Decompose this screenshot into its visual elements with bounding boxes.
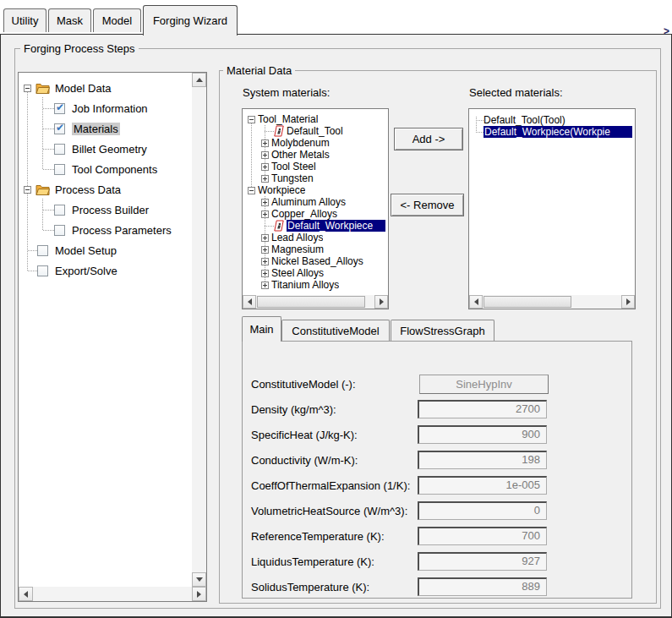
tab-label: Model xyxy=(102,14,132,27)
system-materials-label: System materials: xyxy=(243,86,330,99)
scroll-left-button[interactable] xyxy=(469,295,483,309)
checkbox-icon[interactable] xyxy=(54,225,65,236)
tree-item-job-information[interactable]: Job Information xyxy=(20,98,190,118)
tree-item-label: Export/Solve xyxy=(55,265,117,277)
material-tree-item-molybdenum[interactable]: Molybdenum xyxy=(243,137,385,149)
selected-list-horizontal-scrollbar[interactable] xyxy=(469,295,635,309)
tree-item-tool-components[interactable]: Tool Components xyxy=(20,159,190,179)
expand-icon[interactable] xyxy=(261,234,269,242)
material-tree-item-default-tool[interactable]: Default_Tool xyxy=(243,125,385,137)
material-tree-item-tool-steel[interactable]: Tool Steel xyxy=(243,161,385,172)
material-tree-item-magnesium[interactable]: Magnesium xyxy=(243,243,385,255)
field-row-referencetemperature-k: ReferenceTemperature (K):700 xyxy=(243,527,631,546)
tree-item-label: Process Data xyxy=(55,183,121,196)
scroll-right-button[interactable] xyxy=(374,295,388,309)
conductivity-w-m-k-input[interactable]: 198 xyxy=(418,451,547,469)
field-label: Density (kg/m^3): xyxy=(251,400,336,419)
tree-item-export-solve[interactable]: Export/Solve xyxy=(20,260,190,281)
scrollbar-thumb[interactable] xyxy=(484,296,571,308)
checkbox-icon[interactable] xyxy=(54,144,65,155)
referencetemperature-k-input[interactable]: 700 xyxy=(418,527,547,545)
expand-icon[interactable] xyxy=(261,139,269,147)
field-row-conductivity-w-m-k: Conductivity (W/m-K):198 xyxy=(243,451,631,470)
checkbox-checked-icon[interactable] xyxy=(54,103,65,114)
expand-icon[interactable] xyxy=(261,151,269,159)
coeffofthermalexpansion-1-k-input[interactable]: 1e-005 xyxy=(418,476,547,495)
scroll-left-button[interactable] xyxy=(19,587,33,601)
material-tree-item-lead-alloys[interactable]: Lead Alloys xyxy=(243,232,385,243)
checkbox-icon[interactable] xyxy=(37,245,48,256)
tab-main[interactable]: Main xyxy=(242,316,281,342)
expand-icon[interactable] xyxy=(261,199,269,206)
tree-item-process-builder[interactable]: Process Builder xyxy=(20,200,190,220)
material-tree-item-other-metals[interactable]: Other Metals xyxy=(243,149,385,161)
expand-icon[interactable] xyxy=(261,282,269,289)
tree-vertical-scrollbar[interactable] xyxy=(192,73,206,587)
tab-label: Forging Wizard xyxy=(153,14,227,27)
tab-scroll-right-icon[interactable]: > xyxy=(664,25,669,37)
material-tree-item-titanium-alloys[interactable]: Titanium Alloys xyxy=(243,279,385,291)
add-button[interactable]: Add -> xyxy=(394,128,463,150)
collapse-icon[interactable] xyxy=(248,116,255,123)
volumetricheatsource-w-m-3-input[interactable]: 0 xyxy=(418,501,547,520)
material-tree-item-nickel-based-alloys[interactable]: Nickel Based_Alloys xyxy=(243,255,385,267)
specificheat-j-kg-k-input[interactable]: 900 xyxy=(418,425,547,444)
material-tree-item-tungsten[interactable]: Tungsten xyxy=(243,172,385,184)
system-materials-list: Tool_MaterialDefault_ToolMolybdenumOther… xyxy=(242,108,389,309)
collapse-icon[interactable] xyxy=(248,187,255,194)
tab-forging-wizard[interactable]: Forging Wizard xyxy=(143,5,238,36)
tree-item-model-setup[interactable]: Model Setup xyxy=(20,240,190,260)
system-list-horizontal-scrollbar[interactable] xyxy=(243,295,388,309)
tree-item-materials[interactable]: Materials xyxy=(20,118,190,139)
scroll-left-button[interactable] xyxy=(243,295,256,309)
material-tree-item-default-workpiece[interactable]: Default_Workpiece xyxy=(243,220,385,232)
scrollbar-thumb[interactable] xyxy=(257,296,365,308)
arrow-right-icon xyxy=(380,298,384,305)
tree-item-process-parameters[interactable]: Process Parameters xyxy=(20,220,190,240)
tab-flowstressgraph[interactable]: FlowStressGraph xyxy=(391,320,494,341)
material-tree-item-tool-material[interactable]: Tool_Material xyxy=(243,113,385,125)
expand-icon[interactable] xyxy=(261,163,269,171)
tab-constitutivemodel[interactable]: ConstitutiveModel xyxy=(281,320,390,341)
selected-material-item-default-tool-tool[interactable]: Default_Tool(Tool) xyxy=(470,114,632,126)
tree-item-billet-geometry[interactable]: Billet Geometry xyxy=(20,139,190,159)
selected-material-item-default-workpiece-workpie[interactable]: Default_Workpiece(Workpie xyxy=(470,126,632,138)
tab-model[interactable]: Model xyxy=(93,8,141,32)
solidustemperature-k-input[interactable]: 889 xyxy=(418,577,547,596)
tab-label: ConstitutiveModel xyxy=(292,325,379,337)
tab-mask[interactable]: Mask xyxy=(48,8,91,32)
checkbox-icon[interactable] xyxy=(54,164,65,175)
expand-icon[interactable] xyxy=(261,211,269,218)
liquidustemperature-k-input[interactable]: 927 xyxy=(418,552,547,571)
material-tree-item-aluminum-alloys[interactable]: Aluminum Alloys xyxy=(243,196,385,208)
tree-item-label: Tool Components xyxy=(72,163,157,176)
material-item-label: Default_Tool xyxy=(287,125,343,137)
scroll-right-button[interactable] xyxy=(192,587,206,601)
remove-button[interactable]: <- Remove xyxy=(391,194,464,216)
tree-item-label: Model Setup xyxy=(55,244,117,257)
scroll-right-button[interactable] xyxy=(621,295,635,309)
tree-horizontal-scrollbar[interactable] xyxy=(19,587,206,601)
material-tree-item-workpiece[interactable]: Workpiece xyxy=(243,184,385,196)
expand-icon[interactable] xyxy=(261,175,269,183)
scroll-down-button[interactable] xyxy=(192,572,206,587)
collapse-icon[interactable] xyxy=(24,85,31,92)
folder-icon xyxy=(36,184,50,195)
material-tree-item-steel-alloys[interactable]: Steel Alloys xyxy=(243,267,385,279)
tree-item-label: Process Parameters xyxy=(72,224,172,237)
scroll-up-button[interactable] xyxy=(192,73,206,87)
collapse-icon[interactable] xyxy=(24,186,31,194)
checkbox-icon[interactable] xyxy=(54,205,65,216)
expand-icon[interactable] xyxy=(261,246,269,254)
tree-item-model-data[interactable]: Model Data xyxy=(20,78,190,98)
expand-icon[interactable] xyxy=(261,258,269,265)
material-icon xyxy=(274,220,284,232)
expand-icon[interactable] xyxy=(261,270,269,277)
checkbox-checked-icon[interactable] xyxy=(54,123,65,134)
tab-utility[interactable]: Utility xyxy=(3,8,46,32)
constitutivemodel-button[interactable]: SineHypInv xyxy=(419,375,549,394)
checkbox-icon[interactable] xyxy=(37,265,48,276)
tree-item-process-data[interactable]: Process Data xyxy=(20,179,190,200)
density-kg-m-3-input[interactable]: 2700 xyxy=(418,400,547,418)
material-tree-item-copper-alloys[interactable]: Copper_Alloys xyxy=(243,208,385,220)
